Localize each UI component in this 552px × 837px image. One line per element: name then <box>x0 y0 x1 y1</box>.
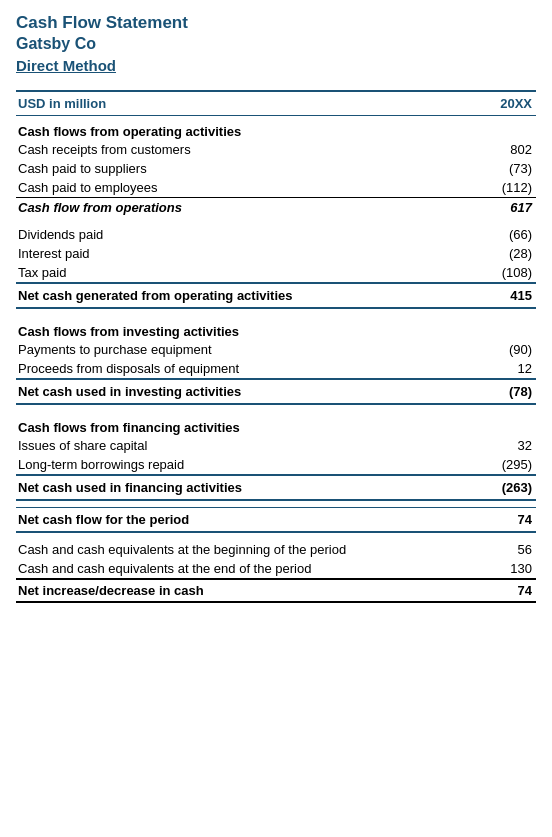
operating-total-label: Net cash generated from operating activi… <box>16 283 483 308</box>
operating-item-value: (73) <box>483 159 536 178</box>
investing-item-label: Proceeds from disposals of equipment <box>16 359 483 379</box>
financing-item-value: (295) <box>483 455 536 475</box>
operating-item-value: 802 <box>483 140 536 159</box>
table-row: Cash and cash equivalents at the end of … <box>16 559 536 579</box>
cash-end-value: 130 <box>483 559 536 579</box>
operating-other-label: Interest paid <box>16 244 483 263</box>
company-name: Gatsby Co <box>16 34 536 55</box>
operating-item-label: Cash paid to suppliers <box>16 159 483 178</box>
operating-total-row: Net cash generated from operating activi… <box>16 283 536 308</box>
investing-item-value: 12 <box>483 359 536 379</box>
header: Cash Flow Statement Gatsby Co Direct Met… <box>16 12 536 76</box>
table-row: Dividends paid (66) <box>16 225 536 244</box>
investing-item-value: (90) <box>483 340 536 359</box>
table-row: Cash receipts from customers 802 <box>16 140 536 159</box>
net-cash-flow-value: 74 <box>483 508 536 533</box>
financing-section-header: Cash flows from financing activities <box>16 412 536 436</box>
table-row: Cash and cash equivalents at the beginni… <box>16 540 536 559</box>
investing-total-row: Net cash used in investing activities (7… <box>16 379 536 404</box>
financing-total-value: (263) <box>483 475 536 500</box>
table-row: Payments to purchase equipment (90) <box>16 340 536 359</box>
investing-total-value: (78) <box>483 379 536 404</box>
net-increase-value: 74 <box>483 579 536 602</box>
table-row: Proceeds from disposals of equipment 12 <box>16 359 536 379</box>
cash-end-label: Cash and cash equivalents at the end of … <box>16 559 483 579</box>
table-row: Tax paid (108) <box>16 263 536 283</box>
operating-subtotal-label: Cash flow from operations <box>16 197 483 217</box>
financing-item-label: Issues of share capital <box>16 436 483 455</box>
operating-section-header: Cash flows from operating activities <box>16 115 536 140</box>
net-cash-flow-label: Net cash flow for the period <box>16 508 483 533</box>
net-cash-flow-row: Net cash flow for the period 74 <box>16 508 536 533</box>
investing-section-header: Cash flows from investing activities <box>16 316 536 340</box>
table-row: Cash paid to suppliers (73) <box>16 159 536 178</box>
operating-subtotal-row: Cash flow from operations 617 <box>16 197 536 217</box>
investing-item-label: Payments to purchase equipment <box>16 340 483 359</box>
operating-other-label: Dividends paid <box>16 225 483 244</box>
year-column-header: 20XX <box>483 91 536 116</box>
table-row: Long-term borrowings repaid (295) <box>16 455 536 475</box>
operating-other-value: (28) <box>483 244 536 263</box>
net-increase-label: Net increase/decrease in cash <box>16 579 483 602</box>
table-row: Interest paid (28) <box>16 244 536 263</box>
method-label: Direct Method <box>16 55 536 76</box>
label-column-header: USD in million <box>16 91 483 116</box>
operating-subtotal-value: 617 <box>483 197 536 217</box>
cash-begin-label: Cash and cash equivalents at the beginni… <box>16 540 483 559</box>
financing-section-title: Cash flows from financing activities <box>16 412 536 436</box>
financing-item-value: 32 <box>483 436 536 455</box>
investing-total-label: Net cash used in investing activities <box>16 379 483 404</box>
operating-other-label: Tax paid <box>16 263 483 283</box>
operating-other-value: (66) <box>483 225 536 244</box>
operating-item-label: Cash receipts from customers <box>16 140 483 159</box>
net-increase-row: Net increase/decrease in cash 74 <box>16 579 536 602</box>
report-title: Cash Flow Statement <box>16 12 536 34</box>
operating-item-label: Cash paid to employees <box>16 178 483 198</box>
operating-item-value: (112) <box>483 178 536 198</box>
table-row: Cash paid to employees (112) <box>16 178 536 198</box>
table-row: Issues of share capital 32 <box>16 436 536 455</box>
financing-total-label: Net cash used in financing activities <box>16 475 483 500</box>
investing-section-title: Cash flows from investing activities <box>16 316 536 340</box>
operating-other-value: (108) <box>483 263 536 283</box>
operating-section-title: Cash flows from operating activities <box>16 115 536 140</box>
cash-begin-value: 56 <box>483 540 536 559</box>
financing-total-row: Net cash used in financing activities (2… <box>16 475 536 500</box>
financing-item-label: Long-term borrowings repaid <box>16 455 483 475</box>
operating-total-value: 415 <box>483 283 536 308</box>
